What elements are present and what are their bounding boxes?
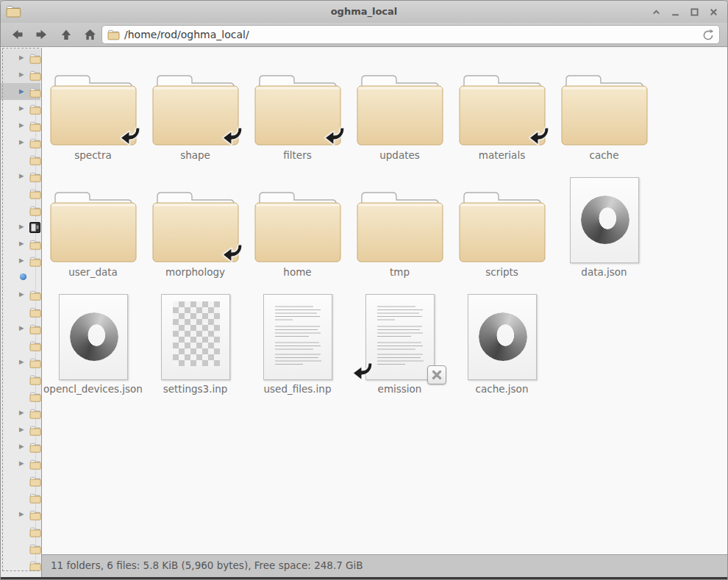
expander-icon[interactable]: ▶ xyxy=(19,139,27,146)
sidebar-tree-row[interactable] xyxy=(1,540,40,556)
file-label: tmp xyxy=(349,266,451,279)
sidebar-tree-row[interactable]: ▶ xyxy=(1,66,40,83)
sidebar-tree-row[interactable]: ▶ xyxy=(1,49,40,66)
file-item[interactable]: settings3.inp xyxy=(144,299,246,416)
up-button[interactable] xyxy=(55,25,76,44)
sidebar-tree-row[interactable]: ▶ xyxy=(1,404,40,421)
sidebar-tree-row[interactable] xyxy=(1,185,40,201)
file-item[interactable]: morphology xyxy=(144,182,246,299)
file-item[interactable]: emission xyxy=(349,299,451,416)
file-label: materials xyxy=(451,149,553,162)
json-file-icon xyxy=(451,299,553,380)
file-item[interactable]: filters xyxy=(246,65,349,182)
expander-icon[interactable]: ▶ xyxy=(19,359,27,365)
expander-icon[interactable]: ▶ xyxy=(19,240,27,247)
folder-mini-icon xyxy=(29,425,41,435)
sidebar-tree-row[interactable] xyxy=(1,489,40,506)
sidebar-tree-row[interactable] xyxy=(1,556,40,573)
path-input[interactable]: /home/rod/oghma_local/ xyxy=(101,25,720,44)
sidebar-tree-row[interactable] xyxy=(1,337,40,354)
shade-button[interactable] xyxy=(650,6,663,18)
sidebar-tree-row[interactable]: ▶ xyxy=(1,286,40,303)
sidebar-tree-row[interactable]: ▶ xyxy=(1,168,40,185)
back-button[interactable] xyxy=(7,25,28,44)
sidebar-tree-row[interactable] xyxy=(1,303,40,320)
expander-icon[interactable]: ▶ xyxy=(19,460,27,467)
expander-icon[interactable]: ▶ xyxy=(19,511,27,518)
expander-icon[interactable]: ▶ xyxy=(19,105,27,112)
sidebar-tree-row[interactable] xyxy=(1,523,40,540)
expander-icon[interactable]: ▶ xyxy=(19,71,27,78)
expander-icon[interactable]: ▶ xyxy=(19,426,27,433)
json-file-icon xyxy=(553,182,655,263)
sidebar-tree-row[interactable]: ▶ xyxy=(1,506,40,523)
expander-icon[interactable]: ▶ xyxy=(19,443,27,450)
close-button[interactable] xyxy=(707,6,720,18)
image-file-icon xyxy=(144,299,246,380)
file-item[interactable]: home xyxy=(246,182,349,299)
expander-icon[interactable]: ▶ xyxy=(19,325,27,332)
file-item[interactable]: spectra xyxy=(42,65,144,182)
folder-icon xyxy=(42,182,144,263)
file-label: filters xyxy=(246,149,349,162)
sidebar-tree-row[interactable]: ▶ xyxy=(1,218,40,235)
icon-view[interactable]: spectra shape filters updates materials … xyxy=(42,48,727,554)
folder-icon xyxy=(451,182,553,263)
expander-icon[interactable]: ▶ xyxy=(19,291,27,298)
folder-mini-icon xyxy=(29,87,41,97)
sidebar-tree: ▶ ▶ ▶ ▶ ▶ ▶ ▶ ▶ ▶ ▶ ▶ ▶ ▶ xyxy=(1,49,40,573)
sidebar-tree-row[interactable]: ▶ xyxy=(1,117,40,134)
sidebar-tree-row[interactable] xyxy=(1,472,40,489)
symlink-emblem-icon xyxy=(221,126,245,151)
sidebar-tree-row[interactable] xyxy=(1,387,40,404)
expander-icon[interactable]: ▶ xyxy=(19,88,27,95)
sidebar-tree-row[interactable]: ▶ xyxy=(1,235,40,252)
sidebar-tree-row[interactable]: ▶ xyxy=(1,421,40,438)
folder-mini-icon xyxy=(29,154,41,165)
expander-icon[interactable]: ▶ xyxy=(19,223,27,230)
sidebar-tree-row[interactable]: ▶ xyxy=(1,438,40,455)
file-item[interactable]: data.json xyxy=(553,182,655,299)
sidebar-tree-row[interactable] xyxy=(1,370,40,387)
expander-icon[interactable]: ▶ xyxy=(19,173,27,179)
text-file-icon xyxy=(349,299,451,380)
sidebar-tree-row[interactable]: ▶ xyxy=(1,252,40,269)
forward-button[interactable] xyxy=(31,25,52,44)
file-item[interactable]: tmp xyxy=(349,182,451,299)
file-item[interactable]: shape xyxy=(144,65,246,182)
file-item[interactable]: used_files.inp xyxy=(246,299,349,416)
minimize-button[interactable] xyxy=(669,6,682,18)
file-label: settings3.inp xyxy=(144,383,246,396)
sidebar-tree-row[interactable] xyxy=(1,269,40,286)
sidebar-tree-row[interactable]: ▶ xyxy=(1,320,40,337)
refresh-button[interactable] xyxy=(702,29,715,45)
file-item[interactable]: scripts xyxy=(451,182,553,299)
sidebar-tree-row[interactable]: ▶ xyxy=(1,455,40,472)
sidebar-tree-row[interactable]: ▶ xyxy=(1,100,40,117)
sidebar-tree-row[interactable] xyxy=(1,201,40,218)
expander-icon[interactable]: ▶ xyxy=(19,409,27,416)
folder-mini-icon xyxy=(29,171,41,182)
file-item[interactable]: cache xyxy=(553,65,655,182)
folder-mini-icon xyxy=(29,493,41,503)
expander-icon[interactable]: ▶ xyxy=(19,257,27,264)
file-item[interactable]: cache.json xyxy=(451,299,553,416)
folder-mini-icon xyxy=(29,307,41,317)
sidebar-tree-row[interactable]: ▶ xyxy=(1,83,40,100)
sidebar-tree-row[interactable]: ▶ xyxy=(1,134,40,151)
symlink-emblem-icon xyxy=(324,126,347,151)
maximize-button[interactable] xyxy=(688,6,701,18)
file-item[interactable]: opencl_devices.json xyxy=(42,299,144,416)
sidebar-tree-row[interactable]: ▶ xyxy=(1,354,40,370)
home-button[interactable] xyxy=(79,25,101,44)
expander-icon[interactable]: ▶ xyxy=(19,122,27,129)
file-item[interactable]: updates xyxy=(349,65,451,182)
file-label: scripts xyxy=(451,266,553,279)
path-text: /home/rod/oghma_local/ xyxy=(124,26,249,43)
json-logo-icon xyxy=(581,196,629,244)
sidebar-tree-row[interactable] xyxy=(1,151,40,168)
folder-icon xyxy=(349,65,451,146)
expander-icon[interactable]: ▶ xyxy=(19,54,27,61)
file-item[interactable]: materials xyxy=(451,65,553,182)
file-item[interactable]: user_data xyxy=(42,182,144,299)
